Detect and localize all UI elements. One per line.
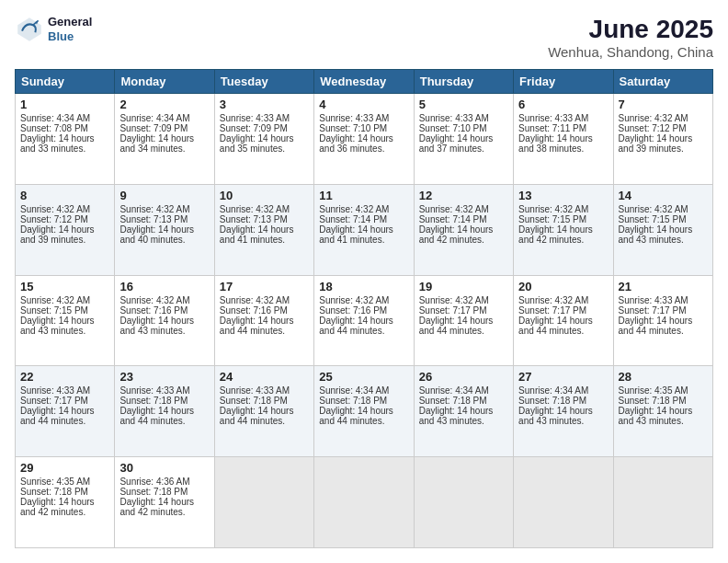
sunset: Sunset: 7:10 PM	[419, 123, 487, 133]
daylight: Daylight: 14 hours and 34 minutes.	[119, 133, 194, 154]
sunset: Sunset: 7:18 PM	[319, 396, 387, 406]
daylight: Daylight: 14 hours and 39 minutes.	[619, 133, 693, 154]
sunset: Sunset: 7:13 PM	[220, 214, 288, 224]
sunset: Sunset: 7:18 PM	[220, 396, 288, 406]
sunrise: Sunrise: 4:32 AM	[220, 295, 290, 305]
day-number: 25	[319, 370, 408, 384]
sunset: Sunset: 7:18 PM	[619, 396, 687, 406]
day-number: 29	[20, 461, 109, 475]
sunrise: Sunrise: 4:32 AM	[319, 204, 389, 214]
sunset: Sunset: 7:13 PM	[119, 214, 188, 224]
calendar-cell: 3Sunrise: 4:33 AMSunset: 7:09 PMDaylight…	[214, 94, 313, 185]
daylight: Daylight: 14 hours and 39 minutes.	[20, 224, 95, 245]
calendar-cell: 1Sunrise: 4:34 AMSunset: 7:08 PMDaylight…	[16, 94, 115, 185]
day-number: 2	[119, 98, 209, 111]
sunset: Sunset: 7:11 PM	[518, 123, 586, 133]
logo: General Blue	[15, 15, 92, 44]
calendar-cell	[613, 457, 712, 548]
calendar-cell: 20Sunrise: 4:32 AMSunset: 7:17 PMDayligh…	[514, 275, 613, 366]
sunrise: Sunrise: 4:33 AM	[319, 113, 389, 123]
sunrise: Sunrise: 4:32 AM	[518, 204, 588, 214]
calendar-cell: 6Sunrise: 4:33 AMSunset: 7:11 PMDaylight…	[514, 94, 613, 185]
sunset: Sunset: 7:17 PM	[619, 305, 687, 316]
daylight: Daylight: 14 hours and 43 minutes.	[119, 316, 194, 336]
calendar-cell	[214, 457, 313, 548]
sunrise: Sunrise: 4:33 AM	[220, 385, 290, 396]
sunrise: Sunrise: 4:32 AM	[319, 295, 389, 305]
calendar-cell: 21Sunrise: 4:33 AMSunset: 7:17 PMDayligh…	[613, 275, 712, 366]
sunset: Sunset: 7:09 PM	[119, 123, 188, 133]
sunrise: Sunrise: 4:32 AM	[518, 295, 588, 305]
daylight: Daylight: 14 hours and 43 minutes.	[518, 406, 593, 426]
calendar-cell: 22Sunrise: 4:33 AMSunset: 7:17 PMDayligh…	[16, 366, 115, 457]
daylight: Daylight: 14 hours and 43 minutes.	[20, 316, 95, 336]
header-friday: Friday	[514, 70, 613, 94]
daylight: Daylight: 14 hours and 44 minutes.	[220, 316, 294, 336]
sunrise: Sunrise: 4:32 AM	[619, 113, 688, 123]
calendar-week-1: 8Sunrise: 4:32 AMSunset: 7:12 PMDaylight…	[16, 184, 713, 275]
daylight: Daylight: 14 hours and 44 minutes.	[220, 406, 294, 426]
day-number: 7	[619, 98, 708, 111]
sunrise: Sunrise: 4:34 AM	[518, 385, 588, 396]
calendar-cell: 30Sunrise: 4:36 AMSunset: 7:18 PMDayligh…	[115, 457, 214, 548]
sunrise: Sunrise: 4:33 AM	[619, 295, 688, 305]
day-number: 22	[20, 370, 109, 384]
sunrise: Sunrise: 4:32 AM	[419, 204, 489, 214]
daylight: Daylight: 14 hours and 43 minutes.	[419, 406, 494, 426]
calendar-cell: 17Sunrise: 4:32 AMSunset: 7:16 PMDayligh…	[214, 275, 313, 366]
sunset: Sunset: 7:15 PM	[619, 214, 687, 224]
day-number: 27	[518, 370, 608, 384]
calendar-cell	[414, 457, 513, 548]
daylight: Daylight: 14 hours and 36 minutes.	[319, 133, 393, 154]
sunset: Sunset: 7:18 PM	[419, 396, 487, 406]
day-number: 19	[419, 280, 508, 293]
sunrise: Sunrise: 4:34 AM	[20, 113, 90, 123]
daylight: Daylight: 14 hours and 44 minutes.	[518, 316, 593, 336]
day-number: 15	[20, 280, 109, 293]
daylight: Daylight: 14 hours and 35 minutes.	[220, 133, 294, 154]
day-number: 21	[619, 280, 708, 293]
daylight: Daylight: 14 hours and 33 minutes.	[20, 133, 95, 154]
header-sunday: Sunday	[16, 70, 115, 94]
day-number: 12	[419, 189, 508, 202]
daylight: Daylight: 14 hours and 43 minutes.	[619, 224, 693, 245]
day-number: 30	[119, 461, 209, 475]
day-number: 23	[119, 370, 209, 384]
sunrise: Sunrise: 4:33 AM	[419, 113, 489, 123]
sunset: Sunset: 7:10 PM	[319, 123, 387, 133]
sunset: Sunset: 7:12 PM	[20, 214, 88, 224]
day-number: 28	[619, 370, 708, 384]
sunset: Sunset: 7:18 PM	[20, 487, 88, 497]
daylight: Daylight: 14 hours and 44 minutes.	[319, 316, 393, 336]
calendar-cell: 18Sunrise: 4:32 AMSunset: 7:16 PMDayligh…	[314, 275, 414, 366]
calendar-cell: 2Sunrise: 4:34 AMSunset: 7:09 PMDaylight…	[115, 94, 214, 185]
day-number: 4	[319, 98, 408, 111]
logo-icon	[15, 15, 44, 44]
day-number: 24	[220, 370, 309, 384]
calendar-cell: 19Sunrise: 4:32 AMSunset: 7:17 PMDayligh…	[414, 275, 513, 366]
sunrise: Sunrise: 4:32 AM	[119, 295, 189, 305]
calendar-cell: 15Sunrise: 4:32 AMSunset: 7:15 PMDayligh…	[16, 275, 115, 366]
day-number: 5	[419, 98, 508, 111]
day-number: 17	[220, 280, 309, 293]
sunset: Sunset: 7:17 PM	[518, 305, 586, 316]
sunrise: Sunrise: 4:35 AM	[619, 385, 688, 396]
sunset: Sunset: 7:17 PM	[419, 305, 487, 316]
day-number: 14	[619, 189, 708, 202]
daylight: Daylight: 14 hours and 42 minutes.	[419, 224, 494, 245]
header-row: Sunday Monday Tuesday Wednesday Thursday…	[16, 70, 713, 94]
sunset: Sunset: 7:15 PM	[518, 214, 586, 224]
calendar-cell: 7Sunrise: 4:32 AMSunset: 7:12 PMDaylight…	[613, 94, 712, 185]
logo-line2: Blue	[48, 29, 92, 44]
daylight: Daylight: 14 hours and 44 minutes.	[319, 406, 393, 426]
sunrise: Sunrise: 4:34 AM	[119, 113, 189, 123]
sunrise: Sunrise: 4:33 AM	[20, 385, 90, 396]
calendar-cell: 14Sunrise: 4:32 AMSunset: 7:15 PMDayligh…	[613, 184, 712, 275]
calendar-cell: 28Sunrise: 4:35 AMSunset: 7:18 PMDayligh…	[613, 366, 712, 457]
calendar-cell: 9Sunrise: 4:32 AMSunset: 7:13 PMDaylight…	[115, 184, 214, 275]
sunset: Sunset: 7:16 PM	[220, 305, 288, 316]
sunrise: Sunrise: 4:33 AM	[220, 113, 290, 123]
daylight: Daylight: 14 hours and 38 minutes.	[518, 133, 593, 154]
header-thursday: Thursday	[414, 70, 513, 94]
daylight: Daylight: 14 hours and 42 minutes.	[119, 497, 194, 517]
